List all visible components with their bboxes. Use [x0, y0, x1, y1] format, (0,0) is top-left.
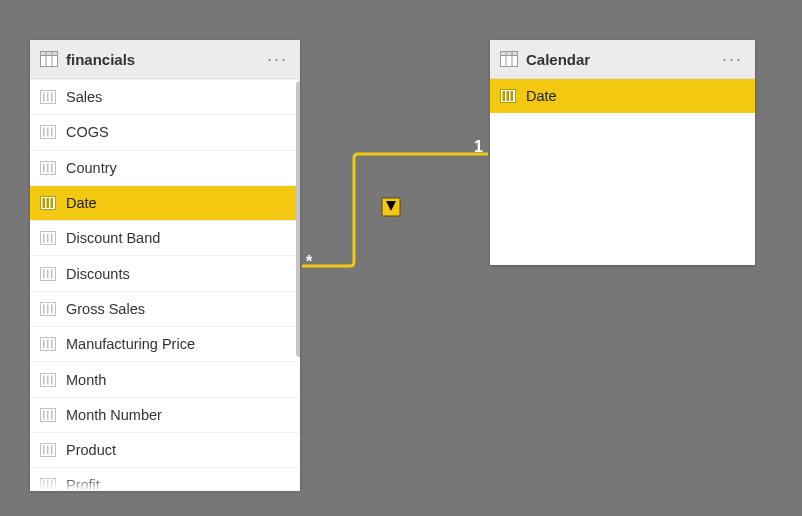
svg-rect-61: [511, 92, 513, 101]
field-label: Country: [66, 160, 117, 176]
svg-rect-52: [47, 481, 49, 490]
column-icon: [40, 90, 56, 104]
svg-rect-3: [41, 52, 58, 56]
field-row[interactable]: Month: [30, 361, 300, 396]
field-row-selected[interactable]: Date: [30, 185, 300, 220]
svg-rect-60: [507, 92, 509, 101]
svg-rect-12: [47, 128, 49, 137]
svg-rect-31: [43, 304, 45, 313]
more-options-icon[interactable]: ···: [720, 49, 745, 70]
svg-rect-11: [43, 128, 45, 137]
field-label: Date: [66, 195, 97, 211]
svg-rect-17: [51, 163, 53, 172]
field-row[interactable]: Country: [30, 150, 300, 185]
column-icon: [40, 196, 56, 210]
svg-rect-39: [43, 375, 45, 384]
svg-rect-9: [51, 93, 53, 102]
column-icon: [40, 267, 56, 281]
more-options-icon[interactable]: ···: [265, 49, 290, 70]
field-row[interactable]: Product: [30, 432, 300, 467]
field-label: Profit: [66, 477, 100, 491]
svg-rect-49: [51, 446, 53, 455]
column-icon: [40, 302, 56, 316]
svg-rect-29: [51, 269, 53, 278]
svg-rect-19: [43, 199, 45, 208]
svg-rect-48: [47, 446, 49, 455]
svg-rect-40: [47, 375, 49, 384]
svg-rect-16: [47, 163, 49, 172]
table-calendar[interactable]: Calendar ··· Date: [490, 40, 755, 265]
column-icon: [40, 443, 56, 457]
field-label: Manufacturing Price: [66, 336, 195, 352]
svg-rect-32: [47, 304, 49, 313]
svg-rect-24: [47, 234, 49, 243]
field-label: Month Number: [66, 407, 162, 423]
field-row[interactable]: COGS: [30, 114, 300, 149]
svg-rect-36: [47, 340, 49, 349]
svg-rect-53: [51, 481, 53, 490]
svg-rect-7: [43, 93, 45, 102]
column-icon: [40, 373, 56, 387]
field-row[interactable]: Profit: [30, 467, 300, 491]
svg-rect-59: [503, 92, 505, 101]
scrollbar[interactable]: [296, 81, 300, 357]
column-icon: [40, 231, 56, 245]
field-row[interactable]: Discounts: [30, 255, 300, 290]
field-list-calendar: Date: [490, 79, 755, 113]
svg-rect-21: [51, 199, 53, 208]
svg-rect-37: [51, 340, 53, 349]
svg-rect-47: [43, 446, 45, 455]
field-label: COGS: [66, 124, 109, 140]
svg-rect-41: [51, 375, 53, 384]
table-financials[interactable]: financials ··· Sales COGS Country Date D…: [30, 40, 300, 490]
field-label: Product: [66, 442, 116, 458]
table-header-calendar[interactable]: Calendar ···: [490, 40, 755, 79]
svg-rect-35: [43, 340, 45, 349]
column-icon: [40, 408, 56, 422]
svg-rect-23: [43, 234, 45, 243]
column-icon: [500, 89, 516, 103]
svg-rect-13: [51, 128, 53, 137]
svg-rect-51: [43, 481, 45, 490]
cardinality-one: 1: [474, 138, 483, 156]
field-label: Discounts: [66, 266, 130, 282]
table-header-financials[interactable]: financials ···: [30, 40, 300, 79]
column-icon: [40, 337, 56, 351]
table-icon: [40, 51, 58, 67]
field-row[interactable]: Gross Sales: [30, 291, 300, 326]
field-list-financials: Sales COGS Country Date Discount Band Di…: [30, 79, 300, 491]
svg-rect-43: [43, 410, 45, 419]
svg-rect-55: [501, 52, 518, 56]
field-row[interactable]: Discount Band: [30, 220, 300, 255]
svg-rect-15: [43, 163, 45, 172]
field-label: Discount Band: [66, 230, 160, 246]
field-label: Month: [66, 372, 106, 388]
field-row[interactable]: Sales: [30, 79, 300, 114]
column-icon: [40, 161, 56, 175]
column-icon: [40, 478, 56, 491]
field-row-selected[interactable]: Date: [490, 79, 755, 113]
column-icon: [40, 125, 56, 139]
svg-rect-8: [47, 93, 49, 102]
cardinality-many: *: [306, 253, 312, 271]
svg-rect-25: [51, 234, 53, 243]
field-row[interactable]: Manufacturing Price: [30, 326, 300, 361]
svg-rect-20: [47, 199, 49, 208]
relationship-line[interactable]: [300, 150, 496, 270]
svg-rect-27: [43, 269, 45, 278]
svg-rect-45: [51, 410, 53, 419]
table-title: financials: [66, 51, 265, 68]
field-label: Gross Sales: [66, 301, 145, 317]
field-label: Sales: [66, 89, 102, 105]
field-row[interactable]: Month Number: [30, 397, 300, 432]
table-icon: [500, 51, 518, 67]
svg-rect-28: [47, 269, 49, 278]
field-label: Date: [526, 88, 557, 104]
svg-rect-33: [51, 304, 53, 313]
svg-rect-44: [47, 410, 49, 419]
table-title: Calendar: [526, 51, 720, 68]
